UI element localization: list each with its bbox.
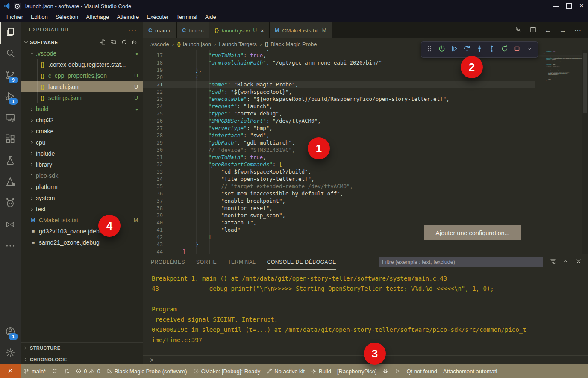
status-debug-target[interactable] — [379, 368, 391, 374]
continue-button[interactable] — [449, 44, 460, 56]
minimap[interactable]: 16 "interface": "swd",17 "runToMain": tr… — [535, 50, 582, 254]
status-cmake-build[interactable]: Build — [308, 368, 334, 375]
code-line-35[interactable]: 35 // "target extended-remote /dev/ttyAC… — [143, 183, 535, 190]
tab-time-c[interactable]: Ctime.c — [177, 22, 209, 38]
navigate-forward-icon[interactable]: → — [559, 26, 567, 35]
tree-item-launch-json[interactable]: {}launch.jsonU — [21, 81, 143, 92]
breadcrumb-item[interactable]: Launch Targets — [219, 41, 257, 47]
tree-item-cortex-debug-registers-stat[interactable]: {}.cortex-debug.registers.stat... — [21, 59, 143, 70]
status-qt-status[interactable]: Qt not found — [403, 368, 440, 375]
tree-item-vscode[interactable]: .vscode● — [21, 48, 143, 59]
workspace-section-row[interactable]: SOFTWARE — [21, 37, 143, 48]
editor-scrollbar[interactable] — [582, 50, 588, 254]
code-line-39[interactable]: 39 "monitor swdp_scan", — [143, 212, 535, 219]
code-line-29[interactable]: 29 "gdbPath": "gdb-multiarch", — [143, 139, 535, 146]
activity-cmake-tools[interactable] — [0, 172, 21, 193]
menu-item-edition[interactable]: Edition — [27, 12, 52, 22]
collapse-folders-icon[interactable] — [132, 39, 138, 46]
menu-item-aide[interactable]: Aide — [201, 12, 220, 22]
open-changes-icon[interactable] — [514, 26, 522, 35]
sidebar-more-icon[interactable]: ··· — [128, 26, 137, 33]
minimize-button[interactable]: — — [550, 0, 562, 12]
tree-item-cmakelists-txt[interactable]: MCMakeLists.txtM — [21, 215, 143, 226]
status-git-compare[interactable] — [61, 368, 73, 374]
new-file-icon[interactable] — [100, 39, 106, 46]
code-line-44[interactable]: 44 ] — [535, 82, 582, 83]
code-line-27[interactable]: 27 "servertype": "bmp", — [143, 124, 535, 132]
new-folder-icon[interactable] — [110, 39, 117, 46]
stop-button[interactable] — [512, 44, 522, 56]
code-line-26[interactable]: 26 "BMPGDBSerialPort": "/dev/ttyACM0", — [143, 117, 535, 124]
add-configuration-button[interactable]: Ajouter une configuration... — [424, 225, 521, 240]
code-line-44[interactable]: 44 ] — [143, 248, 535, 254]
scrollbar-thumb[interactable] — [583, 53, 587, 113]
activity-settings[interactable] — [0, 343, 21, 364]
panel-tab-probl-mes[interactable]: PROBLÈMES — [151, 255, 185, 270]
close-button[interactable]: × — [575, 0, 588, 12]
sidebar-section-chronologie[interactable]: CHRONOLOGIE — [21, 354, 143, 364]
activity-accounts[interactable]: 1 — [0, 322, 21, 343]
activity-run-and-debug[interactable]: 1 — [0, 86, 21, 108]
debug-console-output[interactable]: Breakpoint 1, main () at /mnt/data/git/o… — [143, 270, 588, 348]
code-line-37[interactable]: 37 "enable breakpoint", — [143, 197, 535, 204]
code-line-28[interactable]: 28 "interface": "swd", — [143, 132, 535, 139]
code-line-31[interactable]: 31 "runToMain": true, — [143, 154, 535, 161]
tree-item-settings-json[interactable]: {}settings.jsonU — [21, 92, 143, 103]
tree-item-gd32vf103-ozone-jdebug[interactable]: ≡gd32vf103_ozone.jdebug — [21, 226, 143, 237]
restart-button[interactable] — [499, 44, 510, 56]
more-actions-icon[interactable]: ··· — [574, 27, 581, 34]
activity-remote-explorer[interactable] — [0, 108, 21, 129]
code-line-43[interactable]: 43 } — [143, 241, 535, 248]
tree-item-platform[interactable]: platform — [21, 181, 143, 192]
menu-item-atteindre[interactable]: Atteindre — [113, 12, 143, 22]
menu-item-terminal[interactable]: Terminal — [173, 12, 201, 22]
activity-testing[interactable] — [0, 151, 21, 172]
tree-item-cmake[interactable]: cmake — [21, 126, 143, 137]
filter-output-icon[interactable] — [550, 258, 556, 266]
code-line-22[interactable]: 22 "cwd": "${workspaceRoot}", — [143, 88, 535, 95]
tab-close-icon[interactable]: × — [260, 27, 264, 34]
activity-search[interactable] — [0, 44, 21, 65]
tab-main-c[interactable]: Cmain.c — [143, 22, 177, 38]
status-build-target[interactable]: [RaspberryPico] — [334, 368, 379, 375]
activity-vs-extension[interactable] — [0, 215, 21, 236]
tree-item-chip32[interactable]: chip32 — [21, 115, 143, 126]
step-over-button[interactable] — [462, 44, 472, 56]
more-debug-button[interactable] — [524, 44, 535, 56]
tree-item-samd21-ozone-jdebug[interactable]: ≡samd21_ozone.jdebug — [21, 237, 143, 248]
status-auto-attach[interactable]: Attachement automati — [440, 368, 500, 375]
tree-item-include[interactable]: include — [21, 148, 143, 159]
code-line-32[interactable]: 32 "preRestartCommands": [ — [143, 161, 535, 168]
tree-item-library[interactable]: library — [21, 159, 143, 170]
status-git-sync[interactable] — [49, 368, 61, 374]
maximize-panel-icon[interactable] — [562, 258, 569, 266]
split-editor-icon[interactable] — [529, 26, 537, 35]
status-debug-configuration[interactable]: Black Magic Probe (software) — [103, 368, 190, 375]
code-line-30[interactable]: 30 // "device": "STM32L431VC", — [143, 146, 535, 154]
drag-handle-button[interactable] — [424, 44, 435, 56]
breadcrumb-item[interactable]: {}launch.json — [177, 41, 211, 47]
status-problems[interactable]: 00 — [73, 368, 103, 375]
code-line-36[interactable]: 36 "set mem inaccessible-by-default off"… — [143, 190, 535, 197]
tree-item-c-cpp-properties-json[interactable]: {}c_cpp_properties.jsonU — [21, 70, 143, 81]
tree-item-cpu[interactable]: cpu — [21, 137, 143, 148]
panel-tab-sortie[interactable]: SORTIE — [196, 255, 217, 270]
status-launch-target[interactable] — [391, 368, 403, 374]
code-line-34[interactable]: 34 "file open-story-teller.elf", — [143, 175, 535, 183]
code-line-21[interactable]: 21 "name": "Black Magic Probe", — [143, 81, 535, 88]
panel-more-icon[interactable]: ··· — [347, 259, 356, 266]
menu-item-fichier[interactable]: Fichier — [3, 12, 27, 22]
menu-item-affichage[interactable]: Affichage — [82, 12, 113, 22]
activity-extensions[interactable] — [0, 129, 21, 151]
panel-tab-console-de-d-bogage[interactable]: CONSOLE DE DÉBOGAGE — [267, 254, 336, 270]
activity-explorer[interactable] — [0, 22, 21, 44]
menu-item-excuter[interactable]: Exécuter — [143, 12, 172, 22]
status-active-kit[interactable]: No active kit — [263, 368, 308, 375]
step-out-button[interactable] — [487, 44, 497, 56]
code-editor[interactable]: 16 "interface": "swd",17 "runToMain": tr… — [143, 50, 588, 254]
status-remote-indicator[interactable] — [0, 364, 21, 378]
activity-source-control[interactable]: 9 — [0, 65, 21, 86]
activity-more-views[interactable] — [0, 236, 21, 257]
menu-item-slection[interactable]: Sélection — [52, 12, 82, 22]
code-line-33[interactable]: 33 "cd ${workspaceRoot}/build", — [143, 168, 535, 175]
